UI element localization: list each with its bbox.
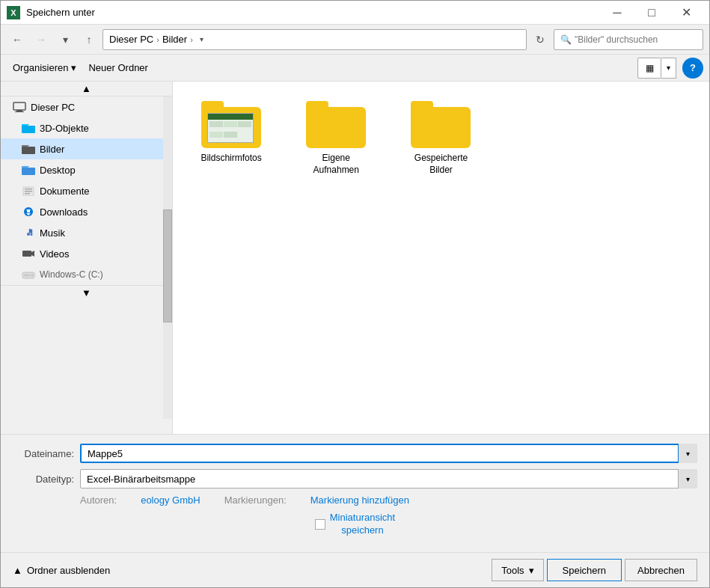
svg-rect-16 bbox=[25, 193, 30, 195]
folder-bilder-icon bbox=[22, 142, 35, 156]
svg-rect-15 bbox=[25, 191, 32, 192]
tools-button[interactable]: Tools ▾ bbox=[492, 559, 543, 581]
sidebar-label-dokumente: Dokumente bbox=[40, 186, 89, 197]
content-area: ▲ Dieser PC bbox=[1, 82, 709, 434]
svg-point-21 bbox=[27, 233, 30, 236]
minimize-button[interactable]: ─ bbox=[600, 1, 634, 25]
sidebar-label-bilder: Bilder bbox=[40, 144, 64, 155]
folder-musik-icon bbox=[22, 226, 35, 239]
svg-rect-23 bbox=[22, 251, 31, 257]
filename-input[interactable] bbox=[80, 444, 697, 463]
sidebar-label-windows: Windows-C (C:) bbox=[40, 269, 103, 280]
sidebar-label-downloads: Downloads bbox=[40, 206, 88, 218]
folder-icon bbox=[411, 99, 471, 148]
folder-icon bbox=[201, 99, 261, 148]
new-folder-label: Neuer Ordner bbox=[88, 62, 147, 73]
sidebar-item-dieser-pc[interactable]: Dieser PC bbox=[1, 97, 172, 117]
toolbar: Organisieren ▾ Neuer Ordner ▦ ▾ ? bbox=[1, 55, 709, 82]
author-label: Autoren: bbox=[80, 494, 117, 506]
organize-button[interactable]: Organisieren ▾ bbox=[7, 58, 82, 79]
view-button[interactable]: ▦ bbox=[637, 58, 661, 79]
sidebar-label-dieser-pc: Dieser PC bbox=[31, 102, 75, 113]
filename-row: Dateiname: ▾ bbox=[13, 444, 697, 463]
filetype-label: Dateityp: bbox=[13, 474, 80, 485]
file-name: EigeneAufnahmen bbox=[313, 153, 359, 176]
search-icon: 🔍 bbox=[560, 34, 572, 45]
dialog-title: Speichern unter bbox=[26, 7, 600, 18]
folder-videos-icon bbox=[22, 247, 35, 260]
svg-rect-11 bbox=[22, 168, 35, 175]
svg-marker-24 bbox=[31, 251, 34, 257]
author-value[interactable]: eology GmbH bbox=[141, 494, 200, 506]
sidebar: ▲ Dieser PC bbox=[1, 82, 173, 434]
sidebar-item-bilder[interactable]: Bilder bbox=[1, 138, 172, 159]
organize-label: Organisieren bbox=[13, 62, 68, 73]
sidebar-item-desktop[interactable]: Desktop bbox=[1, 159, 172, 180]
breadcrumb-dropdown-button[interactable]: ▾ bbox=[196, 34, 208, 46]
search-input[interactable] bbox=[575, 34, 687, 45]
breadcrumb-dieser-pc[interactable]: Dieser PC bbox=[109, 34, 153, 45]
dropdown-history-button[interactable]: ▾ bbox=[55, 29, 76, 50]
filetype-row: Dateityp: Excel-Binärarbeitsmappe ▾ bbox=[13, 469, 697, 489]
help-button[interactable]: ? bbox=[682, 58, 703, 79]
back-button[interactable]: ← bbox=[7, 29, 28, 50]
bottom-form: Dateiname: ▾ Dateityp: Excel-Binärarbeit… bbox=[1, 434, 709, 552]
search-bar[interactable]: 🔍 bbox=[554, 29, 703, 50]
tools-arrow: ▾ bbox=[529, 565, 534, 576]
up-button[interactable]: ↑ bbox=[79, 29, 100, 50]
file-name: Bildschirmfotos bbox=[201, 153, 261, 165]
sidebar-item-3d-objekte[interactable]: 3D-Objekte bbox=[1, 117, 172, 138]
folder-toggle-icon: ▲ bbox=[13, 565, 22, 576]
sidebar-label-musik: Musik bbox=[40, 227, 65, 239]
svg-rect-6 bbox=[22, 126, 28, 128]
svg-rect-4 bbox=[15, 111, 24, 112]
pc-icon bbox=[13, 100, 26, 114]
sidebar-scrollbar-thumb[interactable] bbox=[163, 209, 172, 322]
save-button[interactable]: Speichern bbox=[547, 559, 622, 581]
close-button[interactable]: ✕ bbox=[669, 1, 703, 25]
sidebar-item-downloads[interactable]: Downloads bbox=[1, 201, 172, 222]
folder-toggle-button[interactable]: ▲ Ordner ausblenden bbox=[13, 565, 110, 576]
thumbnail-checkbox[interactable] bbox=[315, 519, 325, 530]
svg-rect-9 bbox=[22, 147, 28, 149]
title-bar: X Speichern unter ─ □ ✕ bbox=[1, 1, 709, 25]
svg-marker-12 bbox=[22, 166, 29, 168]
address-bar: ← → ▾ ↑ Dieser PC › Bilder › ▾ ↻ 🔍 bbox=[1, 25, 709, 55]
list-item[interactable]: EigeneAufnahmen bbox=[290, 94, 382, 182]
refresh-button[interactable]: ↻ bbox=[530, 29, 551, 50]
sidebar-scrollbar-track[interactable] bbox=[163, 97, 172, 419]
list-item[interactable]: GespeicherteBilder bbox=[394, 94, 487, 182]
sidebar-scroll-up[interactable]: ▲ bbox=[1, 82, 172, 97]
footer: ▲ Ordner ausblenden Tools ▾ Speichern Ab… bbox=[1, 552, 709, 587]
new-folder-button[interactable]: Neuer Ordner bbox=[82, 58, 153, 79]
sidebar-scroll-down[interactable]: ▼ bbox=[1, 285, 172, 300]
folder-3d-icon bbox=[22, 121, 35, 135]
meta-row: Autoren: eology GmbH Markierungen: Marki… bbox=[13, 494, 697, 506]
sidebar-label-3d-objekte: 3D-Objekte bbox=[40, 123, 89, 134]
maximize-button[interactable]: □ bbox=[634, 1, 669, 25]
svg-rect-19 bbox=[27, 209, 30, 212]
filetype-select[interactable]: Excel-Binärarbeitsmappe bbox=[80, 469, 697, 489]
sidebar-item-windows[interactable]: Windows-C (C:) bbox=[1, 264, 172, 285]
cancel-button[interactable]: Abbrechen bbox=[625, 559, 697, 581]
folder-dokumente-icon bbox=[22, 184, 35, 197]
view-dropdown-button[interactable]: ▾ bbox=[661, 58, 676, 79]
tags-value[interactable]: Markierung hinzufügen bbox=[310, 494, 409, 506]
file-name: GespeicherteBilder bbox=[414, 153, 468, 176]
tags-label: Markierungen: bbox=[224, 494, 287, 506]
breadcrumb-bilder[interactable]: Bilder bbox=[162, 34, 187, 45]
folder-downloads-icon bbox=[22, 205, 35, 218]
svg-point-26 bbox=[31, 275, 34, 277]
drive-icon bbox=[22, 268, 35, 281]
list-item[interactable]: Bildschirmfotos bbox=[185, 94, 278, 182]
sidebar-item-videos[interactable]: Videos bbox=[1, 243, 172, 264]
thumbnail-label[interactable]: Miniaturansichtspeichern bbox=[330, 512, 395, 537]
forward-button[interactable]: → bbox=[31, 29, 52, 50]
svg-rect-27 bbox=[24, 275, 30, 276]
sidebar-item-musik[interactable]: Musik bbox=[1, 222, 172, 243]
sidebar-item-dokumente[interactable]: Dokumente bbox=[1, 180, 172, 201]
folder-desktop-icon bbox=[22, 163, 35, 177]
svg-point-22 bbox=[31, 233, 33, 236]
breadcrumb: Dieser PC › Bilder › ▾ bbox=[102, 29, 527, 50]
svg-text:X: X bbox=[10, 8, 16, 17]
